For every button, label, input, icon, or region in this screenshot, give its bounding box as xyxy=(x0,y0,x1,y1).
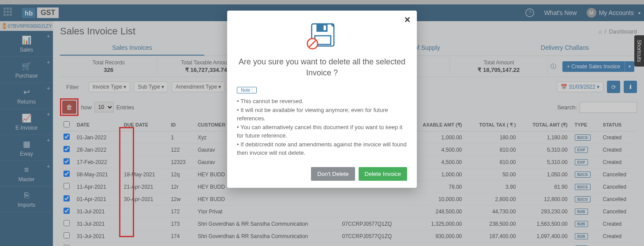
svg-rect-3 xyxy=(324,26,326,30)
delete-invoice-button[interactable]: Delete Invoice xyxy=(359,167,407,181)
modal-notes: This cannot be reversed.It will not be a… xyxy=(237,97,407,157)
modal-note: If debit/credit note and amendments agai… xyxy=(237,140,407,157)
modal-note: You can alternatively cancel this docume… xyxy=(237,123,407,140)
dont-delete-button[interactable]: Don't Delete xyxy=(311,167,355,181)
modal-note: This cannot be reversed. xyxy=(237,97,407,106)
modal-note: It will not be available for viewing any… xyxy=(237,106,407,123)
modal-title: Are you sure you want to delete all the … xyxy=(237,56,407,78)
floppy-forbid-icon xyxy=(237,22,407,50)
note-chip: Note : xyxy=(237,87,257,93)
delete-confirm-modal: ✕ Are you sure you want to delete all th… xyxy=(227,11,417,188)
modal-overlay: ✕ Are you sure you want to delete all th… xyxy=(0,0,644,246)
close-icon[interactable]: ✕ xyxy=(404,15,411,25)
